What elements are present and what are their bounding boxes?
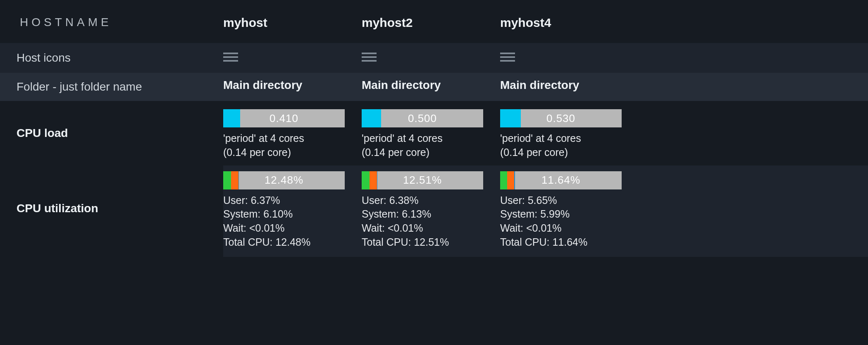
cpu-load-meter[interactable]: 0.410 <box>223 109 345 127</box>
host-name[interactable]: myhost <box>223 0 362 43</box>
cpu-util-value: 11.64% <box>500 171 622 189</box>
folder-name[interactable]: Main directory <box>362 73 500 101</box>
cpu-load-line2: (0.14 per core) <box>500 146 639 160</box>
cpu-util-system: System: 5.99% <box>500 207 639 221</box>
cpu-util-value: 12.51% <box>362 171 483 189</box>
cpu-load-line1: 'period' at 4 cores <box>223 132 362 146</box>
cpu-util-wait: Wait: <0.01% <box>500 221 639 235</box>
host-actions-icon[interactable] <box>223 50 238 64</box>
cpu-load-line2: (0.14 per core) <box>223 146 362 160</box>
cpu-util-wait: Wait: <0.01% <box>223 221 362 235</box>
cpu-util-system: System: 6.13% <box>362 207 500 221</box>
cpu-load-line1: 'period' at 4 cores <box>500 132 639 146</box>
cpu-util-total: Total CPU: 12.51% <box>362 235 500 249</box>
host-actions-icon[interactable] <box>500 50 515 64</box>
cpu-util-system: System: 6.10% <box>223 207 362 221</box>
folder-name[interactable]: Main directory <box>500 73 639 101</box>
cpu-util-total: Total CPU: 12.48% <box>223 235 362 249</box>
cpu-util-total: Total CPU: 11.64% <box>500 235 639 249</box>
column-header-hostname: HOSTNAME <box>0 0 223 43</box>
cpu-util-user: User: 5.65% <box>500 194 639 208</box>
cpu-load-meter[interactable]: 0.530 <box>500 109 622 127</box>
cpu-load-line2: (0.14 per core) <box>362 146 500 160</box>
cpu-util-meter[interactable]: 12.48% <box>223 171 345 189</box>
cpu-util-meter[interactable]: 12.51% <box>362 171 483 189</box>
cpu-util-wait: Wait: <0.01% <box>362 221 500 235</box>
row-label-cpuutil: CPU utilization <box>0 165 223 257</box>
host-metrics-table: HOSTNAME myhost myhost2 myhost4 Host ico… <box>0 0 868 257</box>
row-label-hosticons: Host icons <box>0 43 223 73</box>
cpu-util-user: User: 6.38% <box>362 194 500 208</box>
cpu-load-value: 0.500 <box>362 109 483 127</box>
host-name[interactable]: myhost2 <box>362 0 500 43</box>
cpu-load-value: 0.410 <box>223 109 345 127</box>
host-actions-icon[interactable] <box>362 50 377 64</box>
cpu-load-line1: 'period' at 4 cores <box>362 132 500 146</box>
cpu-load-meter[interactable]: 0.500 <box>362 109 483 127</box>
cpu-util-value: 12.48% <box>223 171 345 189</box>
row-label-folder: Folder - just folder name <box>0 73 223 101</box>
cpu-load-value: 0.530 <box>500 109 622 127</box>
cpu-util-user: User: 6.37% <box>223 194 362 208</box>
cpu-util-meter[interactable]: 11.64% <box>500 171 622 189</box>
folder-name[interactable]: Main directory <box>223 73 362 101</box>
host-name[interactable]: myhost4 <box>500 0 639 43</box>
row-label-cpuload: CPU load <box>0 101 223 165</box>
